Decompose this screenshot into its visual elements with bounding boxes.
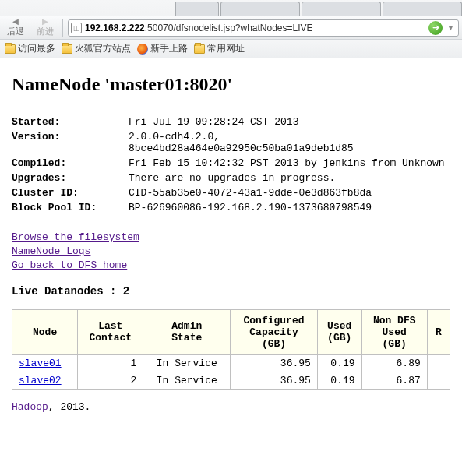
back-label: 后退: [7, 26, 24, 37]
nav-links: Browse the filesystem NameNode Logs Go b…: [12, 231, 450, 273]
cell-last-contact: 2: [78, 372, 143, 389]
col-configured-capacity: ConfiguredCapacity(GB): [231, 309, 318, 354]
info-row-cluster-id: Cluster ID: CID-55ab35e0-4072-43a1-9dde-…: [12, 185, 450, 200]
cell-admin-state: In Service: [143, 354, 231, 372]
bookmark-getting-started[interactable]: 新手上路: [137, 42, 188, 55]
inactive-tab[interactable]: [302, 2, 381, 16]
tab-strip: [0, 0, 462, 16]
inactive-tab[interactable]: [383, 2, 462, 16]
link-dfs-home[interactable]: Go back to DFS home: [12, 259, 450, 273]
footer: Hadoop, 2013.: [12, 401, 450, 413]
url-bar[interactable]: ◫ 192.168.2.222:50070/dfsnodelist.jsp?wh…: [68, 19, 459, 37]
bookmark-label: 火狐官方站点: [75, 42, 131, 55]
info-value: BP-626960086-192.168.2.190-1373680798549: [129, 200, 450, 215]
col-last-contact: LastContact: [78, 309, 143, 354]
inactive-tab[interactable]: [175, 2, 219, 16]
info-label: Version:: [12, 129, 129, 156]
table-header-row: Node LastContact AdminState ConfiguredCa…: [12, 309, 450, 354]
col-used: Used(GB): [317, 309, 361, 354]
link-datanode[interactable]: slave02: [19, 375, 62, 386]
info-label: Started:: [12, 115, 129, 129]
cell-used: 0.19: [317, 354, 361, 372]
nav-row: ◄ 后退 ► 前进 ◫ 192.168.2.222:50070/dfsnodel…: [0, 16, 462, 39]
bookmark-bar: 访问最多 火狐官方站点 新手上路 常用网址: [0, 39, 462, 58]
info-row-started: Started: Fri Jul 19 09:28:24 CST 2013: [12, 115, 450, 129]
cell-used: 0.19: [317, 372, 361, 389]
cell-admin-state: In Service: [143, 372, 231, 389]
bookmark-label: 访问最多: [18, 42, 55, 55]
info-label: Upgrades:: [12, 171, 129, 185]
forward-button[interactable]: ► 前进: [33, 18, 58, 37]
url-dropdown-icon[interactable]: ▼: [446, 24, 456, 32]
info-value: Fri Feb 15 10:42:32 PST 2013 by jenkins …: [129, 156, 450, 171]
info-label: Block Pool ID:: [12, 200, 129, 215]
back-button[interactable]: ◄ 后退: [3, 18, 28, 37]
bookmark-label: 新手上路: [150, 42, 188, 55]
page-content: NameNode 'master01:8020' Started: Fri Ju…: [0, 58, 462, 421]
cell-last-contact: 1: [78, 354, 143, 372]
info-value: CID-55ab35e0-4072-43a1-9dde-0e3d863fb8da: [129, 185, 450, 200]
url-host: 192.168.2.222: [85, 23, 145, 33]
info-value: 2.0.0-cdh4.2.0, 8bce4bd28a464e0a92950c50…: [129, 129, 450, 156]
info-label: Compiled:: [12, 156, 129, 171]
cell-non-dfs-used: 6.87: [361, 372, 427, 389]
forward-label: 前进: [37, 26, 54, 37]
cell-non-dfs-used: 6.89: [361, 354, 427, 372]
cell-remaining: [427, 354, 450, 372]
info-value: Fri Jul 19 09:28:24 CST 2013: [129, 115, 450, 129]
url-text: 192.168.2.222:50070/dfsnodelist.jsp?what…: [85, 23, 425, 33]
col-remaining: R: [427, 309, 450, 354]
page-favicon: ◫: [71, 23, 82, 33]
bookmark-firefox-official[interactable]: 火狐官方站点: [62, 42, 131, 55]
bookmark-label: 常用网址: [207, 42, 245, 55]
info-row-upgrades: Upgrades: There are no upgrades in progr…: [12, 171, 450, 185]
table-row: slave022In Service36.950.196.87: [12, 372, 450, 389]
inactive-tab[interactable]: [220, 2, 300, 16]
table-row: slave011In Service36.950.196.89: [12, 354, 450, 372]
footer-text: , 2013.: [48, 401, 91, 413]
go-button[interactable]: ➜: [428, 21, 443, 35]
page-title: NameNode 'master01:8020': [12, 74, 450, 95]
link-hadoop[interactable]: Hadoop: [12, 401, 48, 413]
back-arrow-icon: ◄: [11, 18, 21, 26]
live-datanodes-title: Live Datanodes : 2: [12, 285, 450, 298]
folder-icon: [5, 44, 16, 54]
separator: [62, 19, 63, 37]
firefox-icon: [137, 44, 148, 55]
info-row-compiled: Compiled: Fri Feb 15 10:42:32 PST 2013 b…: [12, 156, 450, 171]
folder-icon: [62, 44, 72, 54]
browser-chrome: ◄ 后退 ► 前进 ◫ 192.168.2.222:50070/dfsnodel…: [0, 0, 462, 58]
bookmark-most-visited[interactable]: 访问最多: [5, 42, 55, 55]
info-value: There are no upgrades in progress.: [129, 171, 450, 185]
datanodes-table: Node LastContact AdminState ConfiguredCa…: [12, 309, 450, 390]
info-row-block-pool-id: Block Pool ID: BP-626960086-192.168.2.19…: [12, 200, 450, 215]
bookmark-common-urls[interactable]: 常用网址: [194, 42, 245, 55]
link-datanode[interactable]: slave01: [19, 358, 62, 369]
col-node: Node: [12, 309, 78, 354]
info-row-version: Version: 2.0.0-cdh4.2.0, 8bce4bd28a464e0…: [12, 129, 450, 156]
info-label: Cluster ID:: [12, 185, 129, 200]
namenode-info-table: Started: Fri Jul 19 09:28:24 CST 2013 Ve…: [12, 115, 450, 215]
cell-configured-capacity: 36.95: [231, 354, 318, 372]
link-browse-filesystem[interactable]: Browse the filesystem: [12, 231, 450, 245]
cell-node: slave01: [12, 354, 78, 372]
link-namenode-logs[interactable]: NameNode Logs: [12, 245, 450, 259]
cell-configured-capacity: 36.95: [231, 372, 318, 389]
col-non-dfs-used: Non DFSUsed(GB): [361, 309, 427, 354]
col-admin-state: AdminState: [143, 309, 231, 354]
forward-arrow-icon: ►: [41, 18, 51, 26]
cell-node: slave02: [12, 372, 78, 389]
url-path: :50070/dfsnodelist.jsp?whatNodes=LIVE: [145, 23, 313, 33]
cell-remaining: [427, 372, 450, 389]
folder-icon: [194, 44, 205, 54]
